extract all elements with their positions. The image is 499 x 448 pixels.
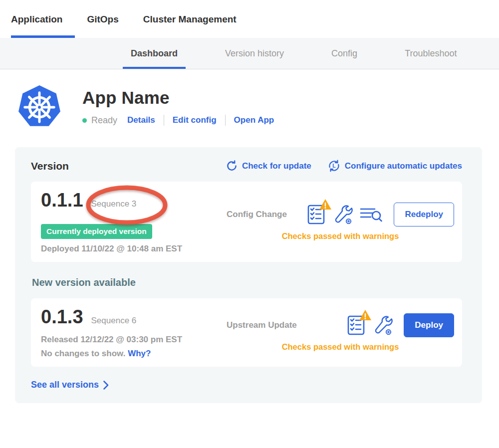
available-version-card: 0.1.3 Sequence 6 Released 12/12/22 @ 03:… (31, 298, 462, 367)
status-dot-icon (82, 118, 87, 123)
chevron-right-icon (103, 380, 109, 390)
page-title: App Name (82, 88, 274, 108)
divider (164, 115, 164, 126)
preflight-checks-button[interactable] (347, 315, 366, 336)
version-section: Version Check for update L (15, 147, 482, 403)
redeploy-button[interactable]: Redeploy (394, 203, 454, 226)
version-source-label: Upstream Update (227, 320, 297, 330)
version-section-title: Version (31, 160, 69, 172)
edit-config-icon-button[interactable] (373, 315, 393, 336)
status-badge: Ready (91, 115, 117, 126)
divider (225, 115, 226, 126)
kubernetes-logo-icon (17, 85, 61, 129)
open-app-link[interactable]: Open App (234, 115, 274, 125)
app-sub-nav: Dashboard Version history Config Trouble… (0, 38, 499, 69)
current-version-card: 0.1.1 Sequence 3 Currently deployed vers… (31, 182, 462, 262)
current-version-sequence: Sequence 3 (91, 199, 137, 209)
tab-dashboard[interactable]: Dashboard (123, 38, 186, 69)
admin-console-screen: Application GitOps Cluster Management Da… (0, 0, 499, 448)
version-source-label: Config Change (227, 210, 287, 220)
new-version-heading: New version available (32, 277, 462, 288)
current-version-number: 0.1.1 (41, 190, 83, 211)
checks-status-text: Checks passed with warnings (227, 231, 454, 241)
tab-config[interactable]: Config (323, 38, 365, 69)
released-timestamp: Released 12/12/22 @ 03:30 pm EST (41, 335, 227, 345)
preflight-checks-button[interactable] (307, 204, 326, 225)
available-version-number: 0.1.3 (41, 306, 83, 328)
warning-triangle-icon (319, 199, 332, 211)
svg-text:L: L (332, 163, 336, 169)
tab-gitops[interactable]: GitOps (87, 0, 131, 38)
auto-update-clock-icon: L (327, 159, 341, 173)
tab-cluster-management[interactable]: Cluster Management (143, 0, 249, 38)
why-link[interactable]: Why? (128, 349, 151, 358)
wrench-gear-icon (333, 204, 353, 225)
deployed-timestamp: Deployed 11/10/22 @ 10:48 am EST (41, 244, 227, 254)
tab-application[interactable]: Application (11, 0, 75, 38)
tab-troubleshoot[interactable]: Troubleshoot (397, 38, 465, 69)
configure-automatic-updates-button[interactable]: L Configure automatic updates (327, 159, 462, 173)
see-all-versions-link[interactable]: See all versions (31, 380, 109, 390)
checks-status-text: Checks passed with warnings (227, 342, 454, 352)
refresh-icon (226, 160, 238, 172)
check-for-update-button[interactable]: Check for update (226, 160, 311, 172)
edit-config-link[interactable]: Edit config (173, 115, 217, 125)
app-status-row: Ready Details Edit config Open App (82, 115, 274, 126)
details-link[interactable]: Details (127, 115, 155, 125)
available-version-sequence: Sequence 6 (91, 316, 137, 326)
app-nav: Application GitOps Cluster Management (0, 0, 499, 38)
view-files-button[interactable] (360, 206, 383, 223)
wrench-gear-icon (373, 315, 393, 336)
warning-triangle-icon (359, 309, 372, 321)
no-changes-text: No changes to show. (41, 349, 125, 358)
app-header: App Name Ready Details Edit config Open … (17, 85, 499, 129)
edit-config-icon-button[interactable] (333, 204, 353, 225)
file-search-icon (360, 206, 383, 223)
deploy-button[interactable]: Deploy (404, 313, 454, 337)
currently-deployed-badge: Currently deployed version (41, 224, 152, 239)
tab-version-history[interactable]: Version history (217, 38, 292, 69)
